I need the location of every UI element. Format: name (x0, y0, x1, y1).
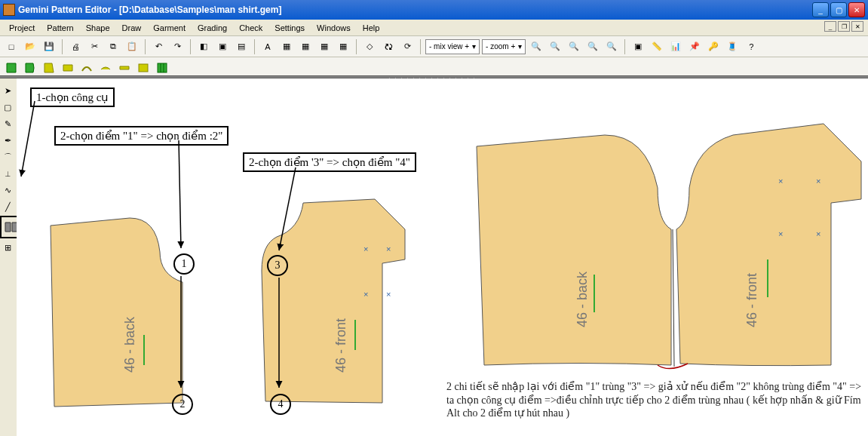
zoom-dropdown[interactable]: - zoom +▾ (482, 39, 526, 54)
drawing-canvas[interactable]: 46 - back 46 - front × × × × 46 - back 4… (17, 78, 868, 436)
zoom-fit-icon[interactable]: 🔍 (566, 38, 582, 55)
cut-icon[interactable]: ✂ (86, 38, 103, 55)
tool-icon[interactable]: ▣ (214, 38, 231, 55)
line-tool-icon[interactable]: ╱ (0, 199, 15, 214)
open-file-icon[interactable]: 📂 (22, 38, 38, 55)
zoom-icon[interactable]: 🔍 (584, 38, 601, 55)
chart-icon[interactable]: 📊 (667, 38, 684, 55)
menu-shape[interactable]: Shape (80, 21, 116, 35)
shape-icon[interactable] (116, 60, 133, 76)
redo-icon[interactable]: ↷ (169, 38, 186, 55)
annotation-arrows (17, 78, 439, 433)
shape-icon[interactable] (135, 60, 152, 76)
grid-icon[interactable]: ▦ (278, 38, 295, 55)
notch-tool-icon[interactable]: ⟂ (0, 166, 15, 181)
point-marker: × (778, 177, 783, 186)
zoom-out-icon[interactable]: 🔍 (547, 38, 563, 55)
chevron-down-icon: ▾ (472, 42, 476, 51)
svg-rect-0 (139, 64, 148, 72)
curve-icon[interactable] (78, 60, 95, 76)
new-file-icon[interactable]: □ (3, 38, 20, 55)
shape-icon[interactable]: ◇ (361, 38, 378, 55)
maximize-button[interactable]: ▢ (830, 2, 847, 17)
mdi-restore-button[interactable]: ❐ (838, 21, 850, 32)
menu-bar: Project Pattern Shape Draw Garment Gradi… (0, 20, 868, 36)
chevron-down-icon: ▾ (518, 42, 522, 51)
menu-pattern[interactable]: Pattern (41, 21, 79, 35)
refresh-icon[interactable]: ⟳ (399, 38, 416, 55)
separator (624, 39, 625, 54)
piece-icon[interactable] (60, 60, 76, 76)
piece-icon[interactable] (41, 60, 57, 76)
pattern-icon[interactable]: 🧵 (724, 38, 741, 55)
minimize-button[interactable]: _ (812, 2, 829, 17)
mixview-dropdown[interactable]: - mix view +▾ (425, 39, 480, 54)
menu-grading[interactable]: Grading (192, 21, 233, 35)
separator (145, 39, 146, 54)
menu-help[interactable]: Help (357, 21, 386, 35)
piece-label-front-2: 46 - front (744, 273, 760, 327)
layer-icon[interactable]: ▣ (630, 38, 646, 55)
svg-line-4 (673, 229, 674, 367)
pointer-tool-icon[interactable]: ➤ (0, 83, 15, 98)
pattern-piece-combined[interactable] (469, 101, 868, 380)
window-titlebar: Gemini Pattern Editor - [D:\Database\Sam… (0, 0, 868, 20)
point-marker: × (816, 229, 820, 238)
undo-icon[interactable]: ↶ (150, 38, 167, 55)
menu-garment[interactable]: Garment (147, 21, 192, 35)
table-icon[interactable]: ▦ (297, 38, 314, 55)
tool-icon[interactable]: ▦ (335, 38, 351, 55)
window-controls: _ ▢ ✕ (812, 2, 865, 17)
mdi-close-button[interactable]: ✕ (851, 21, 863, 32)
separator (190, 39, 191, 54)
tool-icon[interactable]: ▦ (316, 38, 333, 55)
grainline (767, 259, 768, 297)
menu-project[interactable]: Project (3, 21, 41, 35)
seam-tool-icon[interactable]: ⌒ (0, 149, 15, 164)
save-file-icon[interactable]: 💾 (41, 38, 57, 55)
grainline (593, 275, 595, 312)
window-title: Gemini Pattern Editor - [D:\Database\Sam… (18, 5, 812, 15)
rotate-icon[interactable]: 🗘 (380, 38, 397, 55)
help-icon[interactable]: ? (743, 38, 759, 55)
menu-windows[interactable]: Windows (311, 21, 357, 35)
print-icon[interactable]: 🖨 (67, 38, 84, 55)
text-icon[interactable]: A (259, 38, 276, 55)
mdi-minimize-button[interactable]: _ (824, 21, 836, 32)
tool-icon[interactable]: ⊞ (0, 240, 15, 255)
pen-tool-icon[interactable]: ✒ (0, 133, 15, 148)
annotation-note: 2 chi tiết sẽ nhập lại với điểm "1" trùn… (446, 380, 868, 420)
piece-select-icon[interactable] (3, 60, 20, 76)
key-icon[interactable]: 🔑 (705, 38, 722, 55)
paste-icon[interactable]: 📋 (124, 38, 140, 55)
separator (420, 39, 421, 54)
app-icon (3, 4, 15, 16)
separator (254, 39, 255, 54)
menu-draw[interactable]: Draw (116, 21, 148, 35)
pin-icon[interactable]: 📌 (686, 38, 703, 55)
point-marker: × (778, 229, 783, 238)
separator (62, 39, 63, 54)
curve-tool-icon[interactable]: ∿ (0, 183, 15, 198)
tool-icon[interactable]: ◧ (195, 38, 212, 55)
edit-tool-icon[interactable]: ✎ (0, 116, 15, 131)
close-button[interactable]: ✕ (848, 2, 865, 17)
zoom-icon[interactable]: 🔍 (603, 38, 620, 55)
zoom-in-icon[interactable]: 🔍 (528, 38, 544, 55)
grid-small-icon[interactable] (154, 60, 170, 76)
menu-settings[interactable]: Settings (268, 21, 311, 35)
main-toolbar: □ 📂 💾 🖨 ✂ ⧉ 📋 ↶ ↷ ◧ ▣ ▤ A ▦ ▦ ▦ ▦ ◇ 🗘 ⟳ … (0, 36, 868, 57)
menu-check[interactable]: Check (233, 21, 268, 35)
select-tool-icon[interactable]: ▢ (0, 100, 15, 115)
piece-label-back-2: 46 - back (575, 272, 590, 327)
separator (356, 39, 357, 54)
side-toolbar: ➤ ▢ ✎ ✒ ⌒ ⟂ ∿ ╱ ⊞ (0, 78, 17, 255)
point-marker: × (816, 177, 820, 186)
copy-icon[interactable]: ⧉ (105, 38, 121, 55)
svg-rect-1 (158, 63, 167, 72)
piece-icon[interactable] (22, 60, 38, 76)
measure-icon[interactable]: 📏 (649, 38, 665, 55)
tool-icon[interactable]: ▤ (233, 38, 250, 55)
curve-icon[interactable] (97, 60, 114, 76)
